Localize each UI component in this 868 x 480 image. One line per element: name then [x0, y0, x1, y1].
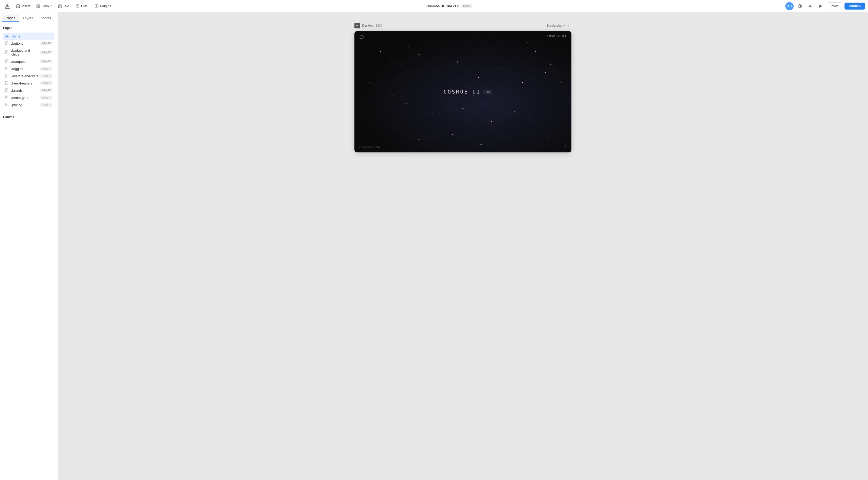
svg-point-102	[444, 38, 445, 39]
svg-point-1	[6, 5, 8, 7]
page-item-hero-headers[interactable]: /hero-headers DRAFT	[3, 80, 55, 87]
pages-section: Pages + Home /buttons DRAFT	[0, 22, 58, 110]
svg-point-96	[535, 51, 536, 52]
text-button[interactable]: T Text	[55, 3, 72, 9]
page-icon-badges	[5, 50, 9, 55]
tab-layers[interactable]: Layers	[20, 14, 37, 22]
play-button[interactable]	[816, 2, 825, 10]
layout-icon	[36, 4, 40, 8]
cms-icon	[75, 4, 80, 8]
page-title: Cosmoe UI Trial v1.0	[427, 4, 459, 8]
preview-center-title: COSMOE UI	[443, 89, 481, 95]
svg-rect-5	[37, 5, 38, 6]
svg-point-12	[77, 5, 78, 7]
svg-point-80	[499, 67, 500, 68]
svg-point-103	[470, 44, 471, 44]
preview-url-text: COSMOEUI.COM•	[359, 146, 380, 149]
svg-line-66	[393, 129, 419, 140]
svg-point-93	[509, 137, 510, 137]
svg-point-79	[478, 77, 479, 78]
cms-label: CMS	[81, 4, 88, 8]
add-canvas-button[interactable]: +	[49, 115, 55, 120]
page-icon-pricing	[5, 103, 9, 107]
logo[interactable]	[3, 2, 11, 10]
layout-button[interactable]: Layout	[34, 3, 54, 9]
preview-logo-text: COSMOE UI	[547, 35, 567, 38]
page-icon-hero	[5, 81, 9, 85]
canvas-area[interactable]: Desktop 1200 Breakpoint +	[58, 12, 868, 480]
preview-deco: ♪	[564, 143, 566, 149]
svg-point-97	[551, 64, 551, 65]
breakpoint-button[interactable]: Breakpoint +	[545, 23, 571, 28]
page-item-pricing[interactable]: /pricing DRAFT	[3, 101, 55, 109]
page-icon-buttons	[5, 41, 9, 46]
svg-point-74	[380, 52, 381, 52]
tab-assets[interactable]: Assets	[37, 14, 55, 22]
svg-line-56	[437, 62, 458, 70]
add-page-button[interactable]: +	[49, 25, 55, 30]
cms-button[interactable]: CMS	[73, 3, 91, 9]
svg-point-118	[473, 95, 473, 96]
svg-point-19	[809, 5, 811, 7]
page-icon-avatars	[5, 74, 9, 78]
svg-line-65	[515, 111, 540, 124]
page-item-marquee[interactable]: /marquee DRAFT	[3, 58, 55, 65]
settings-button[interactable]	[806, 2, 814, 10]
page-item-buttons[interactable]: /buttons DRAFT	[3, 40, 55, 47]
page-icon-toggles	[5, 67, 9, 71]
page-item-badges[interactable]: /badges-and-chips DRAFT	[3, 47, 55, 58]
page-item-bento[interactable]: /bento-grids DRAFT	[3, 94, 55, 101]
canvas-section: Canvas +	[0, 115, 58, 122]
svg-point-114	[548, 139, 549, 140]
svg-point-106	[556, 45, 556, 46]
insert-icon	[16, 4, 20, 8]
nav-center: Cosmoe UI Trial v1.0 FREE	[115, 4, 784, 8]
svg-point-87	[514, 111, 515, 112]
svg-point-78	[457, 61, 458, 62]
svg-point-121	[383, 114, 383, 114]
page-item-avatars[interactable]: /avatars-and-stats DRAFT	[3, 72, 55, 80]
pages-section-header: Pages +	[3, 25, 55, 30]
frame-name: Desktop	[362, 24, 374, 27]
preview-frame: COSMOE UI COSMOE UI Trial COSMOEUI.COM• …	[354, 31, 571, 152]
free-badge: FREE	[461, 4, 472, 8]
svg-marker-20	[819, 5, 822, 8]
publish-button[interactable]: Publish	[844, 3, 865, 9]
main: Pages Layers Assets Pages + Home	[0, 12, 868, 480]
insert-button[interactable]: Insert	[13, 3, 33, 9]
home-icon	[5, 34, 9, 38]
svg-point-83	[406, 103, 407, 104]
svg-point-84	[432, 113, 432, 114]
frame-size: 1200	[376, 24, 382, 27]
preview-canvas: COSMOE UI COSMOE UI Trial COSMOEUI.COM• …	[354, 31, 571, 152]
svg-rect-8	[38, 6, 40, 8]
svg-line-67	[419, 134, 453, 140]
invite-button[interactable]: Invite	[827, 2, 842, 10]
svg-line-60	[522, 72, 546, 83]
svg-point-92	[480, 144, 482, 145]
svg-line-57	[458, 62, 478, 78]
frame-play-button[interactable]	[354, 23, 360, 28]
page-item-toggles[interactable]: /toggles DRAFT	[3, 65, 55, 72]
svg-point-115	[398, 77, 398, 78]
svg-point-113	[530, 147, 530, 147]
svg-point-99	[367, 44, 368, 44]
svg-point-109	[558, 129, 559, 129]
svg-point-112	[442, 150, 442, 150]
plugins-label: Plugins	[100, 4, 111, 8]
breakpoint-plus-icon: +	[567, 24, 569, 28]
frame-header: Desktop 1200 Breakpoint +	[354, 23, 571, 28]
svg-line-54	[401, 54, 419, 65]
page-item-home[interactable]: Home	[3, 33, 55, 40]
tab-pages[interactable]: Pages	[2, 14, 19, 22]
user-avatar[interactable]: AH	[785, 2, 794, 10]
page-item-brands[interactable]: /brands DRAFT	[3, 87, 55, 94]
svg-line-58	[478, 67, 499, 78]
globe-button[interactable]	[796, 2, 804, 10]
svg-line-55	[419, 54, 437, 70]
svg-point-119	[504, 98, 504, 98]
svg-point-91	[452, 134, 453, 134]
plugins-button[interactable]: Plugins	[92, 3, 114, 9]
preview-trial-badge: Trial	[483, 90, 492, 94]
svg-line-53	[380, 52, 401, 65]
